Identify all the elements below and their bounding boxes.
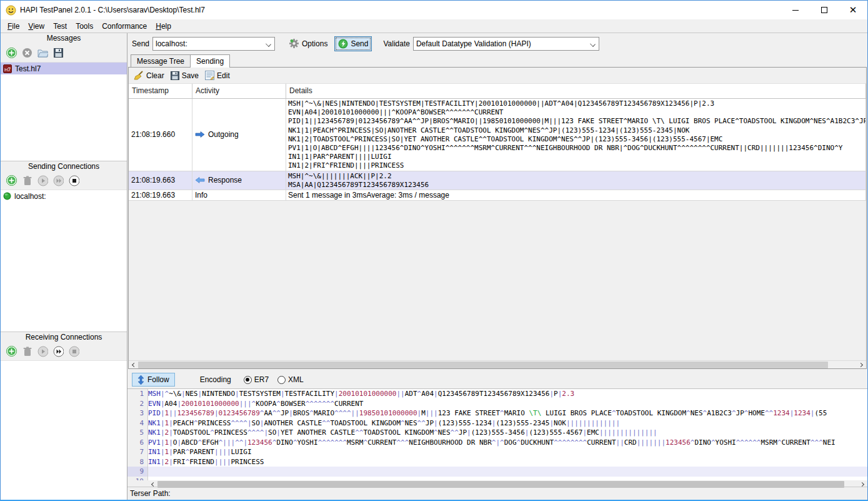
edit-icon: [205, 71, 214, 80]
add-connection-button[interactable]: [6, 346, 17, 357]
title-bar: HAPI TestPanel 2.0.1 - C:\Users\sarav\De…: [1, 1, 867, 19]
encoding-radio-xml[interactable]: XML: [277, 375, 304, 384]
edit-button[interactable]: Edit: [205, 71, 230, 80]
add-connection-button[interactable]: [6, 175, 17, 186]
app-icon: [6, 5, 16, 16]
messages-toolbar: [1, 44, 127, 63]
minimize-icon: [792, 10, 799, 11]
editor-code-area[interactable]: MSH|^~\&|NES|NINTENDO|TESTSYSTEM|TESTFAC…: [148, 389, 867, 480]
editor-line[interactable]: PID|1||123456789|0123456789^AA^^JP|BROS^…: [148, 408, 867, 418]
editor-line[interactable]: PV1|1|O|ABCD^EFGH^|||^^|123456^DINO^YOSH…: [148, 438, 867, 448]
editor-line[interactable]: MSH|^~\&|NES|NINTENDO|TESTSYSTEM|TESTFAC…: [148, 389, 867, 399]
table-row-info[interactable]: 21:08:19.663InfoSent 1 message in 3msAve…: [129, 190, 866, 201]
line-number: 2: [127, 399, 147, 409]
editor-line[interactable]: NK1|2|TOADSTOOL^PRINCESS^^^^|SO|YET ANOT…: [148, 428, 867, 438]
message-item[interactable]: H7Test.hl7: [1, 63, 127, 74]
message-editor-section: Follow Encoding ER7XML 12345678910 MSH|^…: [127, 369, 867, 487]
clear-icon: [134, 71, 144, 80]
sending-connection-item[interactable]: localhost:: [1, 190, 127, 202]
menu-view[interactable]: View: [24, 21, 49, 32]
tab-sending[interactable]: Sending: [190, 54, 230, 68]
receiving-connections-list: [1, 361, 127, 500]
editor-line[interactable]: NK1|1|PEACH^PRINCESS^^^^|SO|ANOTHER CAST…: [148, 418, 867, 428]
editor-line[interactable]: IN1|2|FRI^FRIEND||||PRINCESS: [148, 457, 867, 467]
scrollbar-thumb[interactable]: [138, 362, 828, 368]
radio-label: ER7: [254, 375, 269, 384]
start-all-connections-button[interactable]: [53, 175, 64, 186]
editor-horizontal-scrollbar[interactable]: [127, 480, 867, 488]
stop-connection-button[interactable]: [69, 346, 79, 357]
validate-label: Validate: [383, 39, 409, 48]
save-button[interactable]: Save: [171, 71, 199, 80]
editor-line[interactable]: EVN|A04|20010101000000|||^KOOPA^BOWSER^^…: [148, 399, 867, 409]
scrollbar-thumb[interactable]: [157, 481, 844, 488]
validate-combobox[interactable]: Default Datatype Validation (HAPI): [413, 37, 599, 51]
send-button[interactable]: Send: [334, 36, 372, 51]
menu-help[interactable]: Help: [151, 21, 176, 32]
sending-tab-panel: Clear Save Edit TimestampActivityDetails…: [128, 67, 867, 369]
radio-icon: [244, 376, 252, 384]
send-toolbar: Send localhost: Options Send Validate: [127, 33, 867, 54]
scroll-left-arrow-icon[interactable]: [129, 361, 138, 369]
details-line: EVN|A04|20010101000000|||^KOOPA^BOWSER^^…: [288, 108, 866, 117]
editor-line[interactable]: [148, 467, 867, 477]
table-horizontal-scrollbar[interactable]: [129, 360, 866, 368]
status-bar: Terser Path:: [127, 487, 867, 500]
maximize-button[interactable]: [810, 1, 839, 19]
menu-test[interactable]: Test: [49, 21, 71, 32]
stop-connection-button[interactable]: [69, 175, 79, 186]
menu-tools[interactable]: Tools: [71, 21, 97, 32]
tab-message-tree[interactable]: Message Tree: [131, 54, 191, 67]
table-row-response[interactable]: 21:08:19.663ResponseMSH|^~\&|||||||ACK||…: [129, 171, 866, 190]
add-message-button[interactable]: [6, 48, 17, 58]
line-number: 1: [127, 389, 147, 399]
window-title: HAPI TestPanel 2.0.1 - C:\Users\sarav\De…: [20, 6, 205, 14]
start-all-connections-button[interactable]: [53, 346, 64, 357]
save-button-label: Save: [182, 71, 199, 80]
receiving-connections-header: Receiving Connections: [1, 331, 127, 342]
options-button-label: Options: [302, 39, 327, 48]
sidebar: Messages H7Test.hl7 Sending Connections: [1, 33, 127, 500]
maximize-icon: [821, 7, 827, 13]
menu-file[interactable]: File: [3, 21, 24, 32]
details-line: IN1|1|PAR^PARENT||||LUIGI: [288, 153, 866, 161]
options-button[interactable]: Options: [285, 36, 331, 51]
message-item-label: Test.hl7: [15, 64, 41, 73]
column-header-activity[interactable]: Activity: [192, 84, 286, 98]
menu-conformance[interactable]: Conformance: [97, 21, 151, 32]
table-row-outgoing[interactable]: 21:08:19.660OutgoingMSH|^~\&|NES|NINTEND…: [129, 99, 866, 171]
start-connection-button[interactable]: [37, 346, 48, 357]
details-cell: Sent 1 message in 3msAverage: 3ms / mess…: [286, 190, 866, 200]
encoding-radio-group: ER7XML: [235, 375, 304, 384]
encoding-radio-er7[interactable]: ER7: [244, 375, 269, 384]
arrow-left-icon: [195, 176, 205, 184]
receiving-connections-section: Receiving Connections: [1, 331, 127, 500]
send-target-combobox[interactable]: localhost:: [152, 37, 275, 51]
line-number: 8: [127, 457, 147, 467]
delete-connection-button[interactable]: [22, 346, 32, 357]
edit-button-label: Edit: [217, 71, 230, 80]
minimize-button[interactable]: [781, 1, 810, 19]
save-icon: [171, 71, 179, 80]
save-file-button[interactable]: [53, 48, 64, 58]
connection-status-icon: [3, 192, 11, 200]
hl7-message-editor[interactable]: 12345678910 MSH|^~\&|NES|NINTENDO|TESTSY…: [127, 388, 867, 480]
start-connection-button[interactable]: [37, 175, 48, 186]
menu-bar: FileViewTestToolsConformanceHelp: [1, 19, 867, 33]
scroll-right-arrow-icon[interactable]: [857, 361, 866, 369]
details-line: PV1|1|O|ABCD^EFGH||||123456^DINO^YOSHI^^…: [288, 144, 866, 153]
follow-toggle-button[interactable]: Follow: [132, 373, 175, 387]
column-header-details[interactable]: Details: [286, 84, 866, 98]
close-message-button[interactable]: [22, 48, 32, 58]
chevron-down-icon: [266, 41, 271, 47]
editor-line[interactable]: IN1|1|PAR^PARENT||||LUIGI: [148, 447, 867, 457]
line-number: 7: [127, 447, 147, 457]
open-file-button[interactable]: [37, 48, 48, 58]
send-button-label: Send: [351, 39, 368, 48]
clear-button[interactable]: Clear: [134, 71, 164, 80]
delete-connection-button[interactable]: [22, 175, 32, 186]
details-line: MSH|^~\&|||||||ACK||P|2.2: [288, 172, 866, 181]
terser-path-label: Terser Path:: [130, 489, 171, 498]
close-button[interactable]: ✕: [839, 1, 867, 19]
column-header-timestamp[interactable]: Timestamp: [129, 84, 192, 98]
